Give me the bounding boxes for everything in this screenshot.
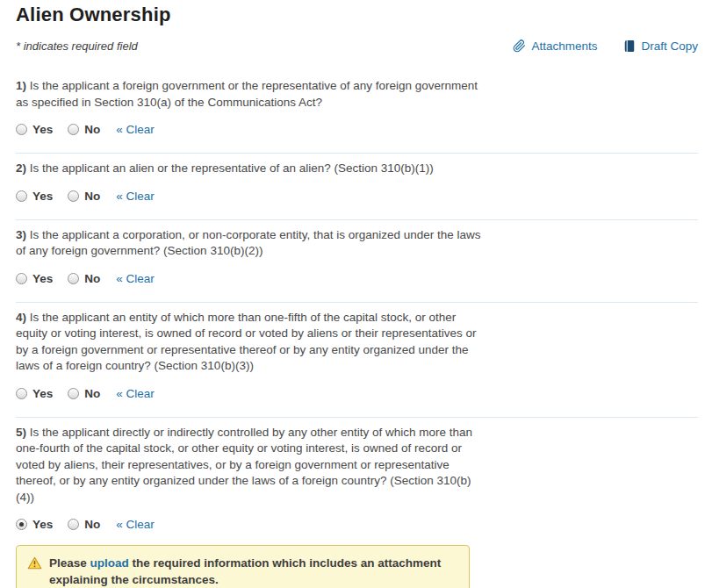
question-section: 2) Is the applicant an alien or the repr… xyxy=(16,154,698,220)
radio-option-yes[interactable]: Yes xyxy=(16,387,53,400)
question-text: 4) Is the applicant an entity of which m… xyxy=(16,310,485,375)
radio-option-yes[interactable]: Yes xyxy=(16,190,53,203)
question-text: 2) Is the applicant an alien or the repr… xyxy=(16,161,485,177)
answer-row: Yes No « Clear xyxy=(16,272,698,285)
radio-option-yes[interactable]: Yes xyxy=(16,272,53,285)
radio-label-no: No xyxy=(84,190,100,203)
question-body: Is the applicant a corporation, or non-c… xyxy=(16,228,481,258)
question-text: 5) Is the applicant directly or indirect… xyxy=(16,425,485,506)
answer-row: Yes No « Clear xyxy=(16,387,698,400)
clear-link[interactable]: « Clear xyxy=(116,190,155,203)
question-number: 4) xyxy=(16,311,26,324)
attachments-label: Attachments xyxy=(531,39,597,53)
clear-link[interactable]: « Clear xyxy=(116,518,155,531)
paperclip-icon xyxy=(513,39,526,53)
radio-option-yes[interactable]: Yes xyxy=(16,123,53,136)
radio-label-yes: Yes xyxy=(32,190,53,203)
radio-button-yes[interactable] xyxy=(16,388,27,399)
radio-label-yes: Yes xyxy=(32,272,53,285)
question-number: 3) xyxy=(16,228,26,241)
answer-row: Yes No « Clear xyxy=(16,190,698,203)
book-icon xyxy=(623,39,636,53)
radio-button-no[interactable] xyxy=(68,388,79,399)
question-number: 1) xyxy=(16,79,26,92)
draft-copy-label: Draft Copy xyxy=(641,39,698,53)
warning-text: Please upload the required information w… xyxy=(49,555,458,588)
warning-text-before: Please xyxy=(49,556,90,570)
answer-row: Yes No « Clear xyxy=(16,518,698,531)
toolbar: Attachments Draft Copy xyxy=(513,39,698,53)
clear-link[interactable]: « Clear xyxy=(116,387,155,400)
draft-copy-button[interactable]: Draft Copy xyxy=(623,39,698,53)
radio-label-no: No xyxy=(84,518,100,531)
radio-option-no[interactable]: No xyxy=(68,123,100,136)
radio-button-yes[interactable] xyxy=(16,190,27,202)
question-section: 3) Is the applicant a corporation, or no… xyxy=(16,220,698,303)
radio-label-yes: Yes xyxy=(32,387,53,400)
question-body: Is the applicant an entity of which more… xyxy=(16,311,477,373)
radio-label-no: No xyxy=(84,123,100,136)
clear-link[interactable]: « Clear xyxy=(116,123,155,136)
required-field-note: * indicates required field xyxy=(16,39,138,53)
radio-button-yes[interactable] xyxy=(16,124,27,135)
question-number: 2) xyxy=(16,161,26,175)
question-section: 1) Is the applicant a foreign government… xyxy=(16,71,698,154)
question-text: 3) Is the applicant a corporation, or no… xyxy=(16,227,485,260)
radio-label-yes: Yes xyxy=(32,123,53,136)
radio-button-no[interactable] xyxy=(68,519,79,530)
page-title: Alien Ownership xyxy=(16,4,698,26)
radio-label-no: No xyxy=(84,387,100,400)
attachments-button[interactable]: Attachments xyxy=(513,39,597,53)
radio-option-no[interactable]: No xyxy=(68,272,100,285)
radio-button-no[interactable] xyxy=(68,273,79,284)
radio-option-yes[interactable]: Yes xyxy=(16,518,53,531)
question-number: 5) xyxy=(16,426,26,439)
question-body: Is the applicant directly or indirectly … xyxy=(16,426,472,504)
radio-option-no[interactable]: No xyxy=(68,190,100,203)
radio-button-yes[interactable] xyxy=(16,519,27,530)
radio-label-yes: Yes xyxy=(32,518,53,531)
radio-option-no[interactable]: No xyxy=(68,518,100,531)
radio-label-no: No xyxy=(84,272,100,285)
warning-banner: Please upload the required information w… xyxy=(16,545,470,588)
question-section: 4) Is the applicant an entity of which m… xyxy=(16,303,698,418)
warning-triangle-icon xyxy=(27,556,42,570)
question-body: Is the applicant a foreign government or… xyxy=(16,79,478,109)
question-section: 5) Is the applicant directly or indirect… xyxy=(16,418,698,588)
radio-button-yes[interactable] xyxy=(16,273,27,284)
radio-button-no[interactable] xyxy=(68,190,79,202)
upload-link[interactable]: upload xyxy=(90,556,129,570)
radio-button-no[interactable] xyxy=(68,124,79,135)
alien-ownership-page: Alien Ownership * indicates required fie… xyxy=(0,0,712,588)
header-row: * indicates required field Attachments D… xyxy=(16,39,698,53)
question-text: 1) Is the applicant a foreign government… xyxy=(16,78,485,111)
answer-row: Yes No « Clear xyxy=(16,123,698,136)
radio-option-no[interactable]: No xyxy=(68,387,100,400)
question-body: Is the applicant an alien or the represe… xyxy=(26,161,434,175)
clear-link[interactable]: « Clear xyxy=(116,272,155,285)
questions-container: 1) Is the applicant a foreign government… xyxy=(16,71,698,588)
